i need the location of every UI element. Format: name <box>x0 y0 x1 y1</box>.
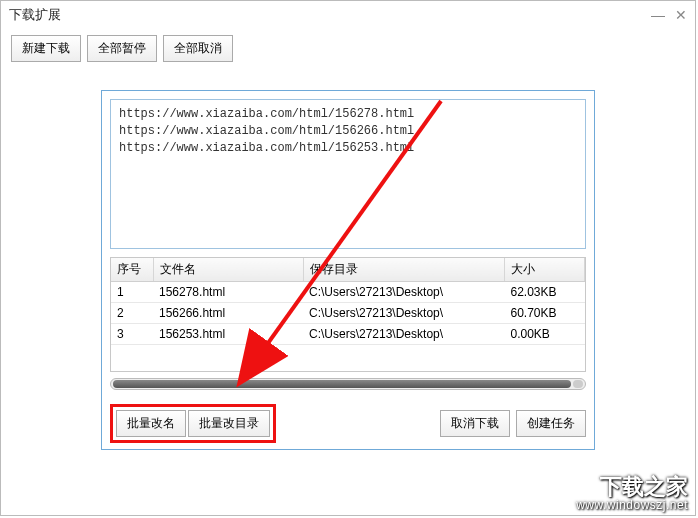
table-row[interactable]: 1156278.htmlC:\Users\27213\Desktop\62.03… <box>111 282 585 303</box>
cell-save_dir: C:\Users\27213\Desktop\ <box>303 282 505 303</box>
cell-filename: 156253.html <box>153 324 303 345</box>
scrollbar-thumb[interactable] <box>113 380 571 388</box>
close-icon[interactable]: ✕ <box>675 7 687 23</box>
create-task-button[interactable]: 创建任务 <box>516 410 586 437</box>
dialog-panel: https://www.xiazaiba.com/html/156278.htm… <box>101 90 595 450</box>
watermark: 下载之家 www.windowszj.net <box>576 475 688 512</box>
col-index[interactable]: 序号 <box>111 258 153 282</box>
cell-index: 3 <box>111 324 153 345</box>
col-size[interactable]: 大小 <box>505 258 585 282</box>
cancel-download-button[interactable]: 取消下载 <box>440 410 510 437</box>
cell-save_dir: C:\Users\27213\Desktop\ <box>303 324 505 345</box>
annotation-highlight: 批量改名 批量改目录 <box>110 404 276 443</box>
cell-size: 60.70KB <box>505 303 585 324</box>
window-title: 下载扩展 <box>9 6 61 24</box>
titlebar: 下载扩展 — ✕ <box>1 1 695 29</box>
cancel-all-button[interactable]: 全部取消 <box>163 35 233 62</box>
col-filename[interactable]: 文件名 <box>153 258 303 282</box>
dialog-right-buttons: 取消下载 创建任务 <box>440 410 586 437</box>
file-table-container: 序号 文件名 保存目录 大小 1156278.htmlC:\Users\2721… <box>110 257 586 372</box>
app-window: 下载扩展 — ✕ 新建下载 全部暂停 全部取消 https://www.xiaz… <box>0 0 696 516</box>
cell-save_dir: C:\Users\27213\Desktop\ <box>303 303 505 324</box>
cell-size: 0.00KB <box>505 324 585 345</box>
pause-all-button[interactable]: 全部暂停 <box>87 35 157 62</box>
cell-filename: 156278.html <box>153 282 303 303</box>
cell-index: 2 <box>111 303 153 324</box>
table-header-row: 序号 文件名 保存目录 大小 <box>111 258 585 282</box>
col-savedir[interactable]: 保存目录 <box>303 258 505 282</box>
file-table: 序号 文件名 保存目录 大小 1156278.htmlC:\Users\2721… <box>111 258 585 345</box>
batch-rename-button[interactable]: 批量改名 <box>116 410 186 437</box>
cell-index: 1 <box>111 282 153 303</box>
scrollbar-cap <box>573 380 583 388</box>
cell-size: 62.03KB <box>505 282 585 303</box>
main-toolbar: 新建下载 全部暂停 全部取消 <box>1 29 695 72</box>
table-row[interactable]: 3156253.htmlC:\Users\27213\Desktop\0.00K… <box>111 324 585 345</box>
table-row[interactable]: 2156266.htmlC:\Users\27213\Desktop\60.70… <box>111 303 585 324</box>
new-download-button[interactable]: 新建下载 <box>11 35 81 62</box>
url-textarea[interactable]: https://www.xiazaiba.com/html/156278.htm… <box>110 99 586 249</box>
cell-filename: 156266.html <box>153 303 303 324</box>
watermark-url: www.windowszj.net <box>576 499 688 512</box>
horizontal-scrollbar[interactable] <box>110 378 586 390</box>
dialog-button-row: 批量改名 批量改目录 取消下载 创建任务 <box>110 404 586 443</box>
watermark-text: 下载之家 <box>576 475 688 499</box>
minimize-icon[interactable]: — <box>651 7 665 23</box>
window-controls: — ✕ <box>651 7 687 23</box>
batch-change-dir-button[interactable]: 批量改目录 <box>188 410 270 437</box>
